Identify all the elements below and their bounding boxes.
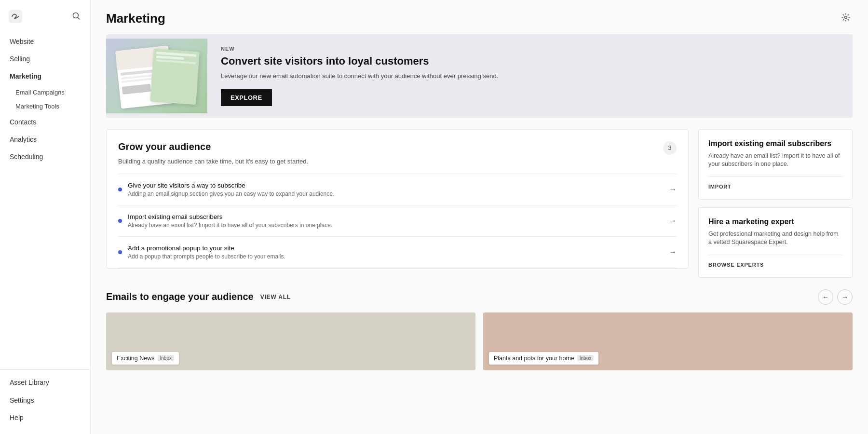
grow-items-list: Give your site visitors a way to subscri… xyxy=(118,174,677,268)
emails-next-button[interactable]: → xyxy=(837,289,853,305)
grow-title: Grow your audience xyxy=(118,141,211,152)
grow-item-2[interactable]: Add a promotional popup to your site Add… xyxy=(118,237,677,268)
sidebar-top xyxy=(0,0,90,29)
grow-item-sub-0: Adding an email signup section gives you… xyxy=(128,190,665,197)
emails-section: Emails to engage your audience VIEW ALL … xyxy=(106,289,853,370)
grow-header: Grow your audience 3 xyxy=(118,141,677,155)
grow-item-title-0: Give your site visitors a way to subscri… xyxy=(128,182,665,189)
two-col-section: Grow your audience 3 Building a quality … xyxy=(106,129,853,278)
svg-line-2 xyxy=(78,17,80,19)
svg-point-3 xyxy=(845,16,847,19)
grow-item-sub-1: Already have an email list? Import it to… xyxy=(128,222,665,229)
expert-card-title: Hire a marketing expert xyxy=(708,217,842,226)
sidebar: Website Selling Marketing Email Campaign… xyxy=(0,0,91,434)
settings-button[interactable] xyxy=(839,11,853,27)
emails-header: Emails to engage your audience VIEW ALL … xyxy=(106,289,853,305)
import-card-title: Import existing email subscribers xyxy=(708,139,842,148)
sidebar-item-selling[interactable]: Selling xyxy=(0,50,90,68)
main-nav: Website Selling Marketing Email Campaign… xyxy=(0,29,90,369)
grow-item-text-1: Import existing email subscribers Alread… xyxy=(128,213,665,229)
hero-image xyxy=(106,39,207,113)
grow-dot-2 xyxy=(118,250,122,254)
email-card-inner-1: Plants and pots for your home Inbox xyxy=(489,352,598,365)
grow-item-0[interactable]: Give your site visitors a way to subscri… xyxy=(118,174,677,205)
emails-prev-button[interactable]: ← xyxy=(818,289,833,305)
email-card-0[interactable]: Exciting News Inbox xyxy=(106,312,475,370)
emails-title-group: Emails to engage your audience VIEW ALL xyxy=(106,291,291,302)
sidebar-item-scheduling[interactable]: Scheduling xyxy=(0,148,90,165)
hero-subtext: Leverage our new email automation suite … xyxy=(221,72,839,81)
email-card-name-1: Plants and pots for your home xyxy=(494,355,574,362)
email-card-mock-0: Exciting News Inbox xyxy=(112,352,179,365)
sidebar-item-help[interactable]: Help xyxy=(0,409,90,426)
grow-col: Grow your audience 3 Building a quality … xyxy=(106,129,689,278)
side-col: Import existing email subscribers Alread… xyxy=(698,129,853,278)
expert-card-sub: Get professional marketing and design he… xyxy=(708,230,842,247)
grow-item-title-2: Add a promotional popup to your site xyxy=(128,244,665,252)
email-card-1[interactable]: Plants and pots for your home Inbox xyxy=(483,312,853,370)
sidebar-item-marketing-tools[interactable]: Marketing Tools xyxy=(0,99,90,113)
grow-item-title-1: Import existing email subscribers xyxy=(128,213,665,220)
grow-item-sub-2: Add a popup that prompts people to subsc… xyxy=(128,253,665,260)
hero-banner: NEW Convert site visitors into loyal cus… xyxy=(106,34,853,118)
browse-experts-link[interactable]: BROWSE EXPERTS xyxy=(708,255,842,268)
main-content: Marketing xyxy=(91,0,868,434)
sidebar-bottom-nav: Asset Library Settings Help xyxy=(0,369,90,434)
emails-title: Emails to engage your audience xyxy=(106,291,254,302)
search-button[interactable] xyxy=(70,10,82,24)
svg-rect-0 xyxy=(9,10,22,23)
grow-subtext: Building a quality audience can take tim… xyxy=(118,158,677,165)
grow-item-1[interactable]: Import existing email subscribers Alread… xyxy=(118,205,677,237)
grow-dot-1 xyxy=(118,219,122,223)
grow-item-text-2: Add a promotional popup to your site Add… xyxy=(128,244,665,260)
view-all-link[interactable]: VIEW ALL xyxy=(260,294,291,300)
svg-point-1 xyxy=(73,13,79,18)
sidebar-item-settings[interactable]: Settings xyxy=(0,392,90,409)
expert-card: Hire a marketing expert Get professional… xyxy=(698,207,853,278)
content-area: NEW Convert site visitors into loyal cus… xyxy=(91,34,868,386)
page-title: Marketing xyxy=(106,11,165,26)
import-card: Import existing email subscribers Alread… xyxy=(698,129,853,200)
hero-badge: NEW xyxy=(221,46,839,52)
hero-text: NEW Convert site visitors into loyal cus… xyxy=(207,34,853,118)
email-card-mock-1: Plants and pots for your home Inbox xyxy=(489,352,598,365)
grow-arrow-2: → xyxy=(669,248,677,257)
sidebar-item-contacts[interactable]: Contacts xyxy=(0,113,90,131)
sidebar-item-website[interactable]: Website xyxy=(0,33,90,50)
import-card-sub: Already have an email list? Import it to… xyxy=(708,152,842,169)
inbox-badge-0: Inbox xyxy=(158,355,174,361)
hero-heading: Convert site visitors into loyal custome… xyxy=(221,54,839,68)
page-header: Marketing xyxy=(91,0,868,34)
email-card-inner-0: Exciting News Inbox xyxy=(112,352,179,365)
sidebar-item-marketing[interactable]: Marketing xyxy=(0,68,90,85)
import-link[interactable]: IMPORT xyxy=(708,176,842,190)
inbox-badge-1: Inbox xyxy=(577,355,594,361)
sidebar-item-email-campaigns[interactable]: Email Campaigns xyxy=(0,85,90,99)
explore-button[interactable]: EXPLORE xyxy=(221,89,272,106)
grow-arrow-1: → xyxy=(669,217,677,225)
sidebar-item-analytics[interactable]: Analytics xyxy=(0,131,90,148)
grow-item-text-0: Give your site visitors a way to subscri… xyxy=(128,182,665,197)
grow-count-badge: 3 xyxy=(663,141,677,155)
app-logo[interactable] xyxy=(8,9,23,24)
grow-dot-0 xyxy=(118,188,122,191)
email-cards: Exciting News Inbox Plants and pots for … xyxy=(106,312,853,370)
grow-card: Grow your audience 3 Building a quality … xyxy=(106,129,689,269)
emails-nav: ← → xyxy=(818,289,853,305)
grow-arrow-0: → xyxy=(669,185,677,194)
sidebar-item-asset-library[interactable]: Asset Library xyxy=(0,374,90,391)
email-card-name-0: Exciting News xyxy=(117,355,155,362)
